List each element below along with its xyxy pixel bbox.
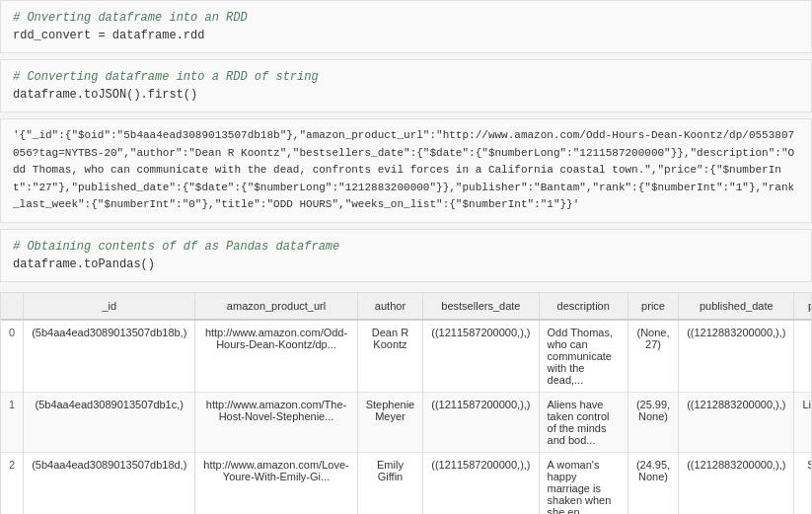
- table-cell: (5b4aa4ead3089013507db18d,): [24, 452, 195, 514]
- code-block-4: # Obtaining contents of df as Pandas dat…: [0, 229, 812, 282]
- col-header-empty: [1, 293, 24, 320]
- code-1: rdd_convert = dataframe.rdd: [13, 27, 799, 44]
- table-cell: http://www.amazon.com/Love-Youre-With-Em…: [195, 452, 357, 514]
- col-header-published-date: published_date: [679, 293, 794, 320]
- code-block-2: # Converting dataframe into a RDD of str…: [0, 59, 812, 112]
- table-cell: (5b4aa4ead3089013507db18b,): [24, 320, 195, 393]
- comment-1: # Onverting dataframe into an RDD: [13, 9, 799, 27]
- table-cell: Odd Thomas, who can communicate with the…: [539, 320, 627, 393]
- table-cell: Emily Giffin: [357, 452, 423, 514]
- dataframe-table-container[interactable]: _id amazon_product_url author bestseller…: [0, 292, 812, 514]
- comment-2: # Converting dataframe into a RDD of str…: [13, 68, 799, 86]
- row-index: 0: [1, 320, 24, 393]
- col-header-author: author: [357, 293, 423, 320]
- col-header-url: amazon_product_url: [195, 293, 357, 320]
- table-cell: ((1211587200000,),): [423, 452, 539, 514]
- table-cell: (24.95, None): [627, 452, 678, 514]
- table-row: 0(5b4aa4ead3089013507db18b,)http://www.a…: [1, 320, 812, 393]
- table-cell: (5b4aa4ead3089013507db1c,): [24, 392, 195, 452]
- table-row: 2(5b4aa4ead3089013507db18d,)http://www.a…: [1, 452, 812, 514]
- table-row: 1(5b4aa4ead3089013507db1c,)http://www.am…: [1, 392, 812, 452]
- table-cell: St.: [794, 452, 812, 514]
- dataframe-table-wrapper: _id amazon_product_url author bestseller…: [0, 288, 812, 514]
- table-cell: ((1212883200000,),): [679, 392, 794, 452]
- col-header-price: price: [627, 293, 678, 320]
- table-header-row: _id amazon_product_url author bestseller…: [1, 293, 812, 320]
- code-4: dataframe.toPandas(): [13, 256, 799, 273]
- table-cell: ((1211587200000,),): [423, 320, 539, 393]
- table-cell: (None, 27): [627, 320, 678, 393]
- table-cell: Little: [794, 392, 812, 452]
- table-cell: [794, 320, 812, 393]
- table-cell: ((1212883200000,),): [679, 320, 794, 393]
- table-cell: http://www.amazon.com/Odd-Hours-Dean-Koo…: [195, 320, 357, 393]
- row-index: 1: [1, 392, 24, 452]
- col-header-bestsellers-date: bestsellers_date: [423, 293, 539, 320]
- row-index: 2: [1, 452, 24, 514]
- dataframe-table: _id amazon_product_url author bestseller…: [1, 293, 812, 514]
- code-2: dataframe.toJSON().first(): [13, 86, 799, 104]
- col-header-id: _id: [24, 293, 195, 320]
- col-header-pu: pu: [794, 293, 812, 320]
- table-cell: http://www.amazon.com/The-Host-Novel-Ste…: [195, 392, 357, 452]
- comment-4: # Obtaining contents of df as Pandas dat…: [13, 238, 799, 256]
- table-cell: (25.99, None): [627, 392, 678, 452]
- table-cell: ((1212883200000,),): [679, 452, 794, 514]
- table-cell: A woman's happy marriage is shaken when …: [539, 452, 627, 514]
- table-cell: Stephenie Meyer: [357, 392, 423, 452]
- col-header-description: description: [539, 293, 627, 320]
- table-cell: Aliens have taken control of the minds a…: [539, 392, 627, 452]
- code-block-1: # Onverting dataframe into an RDD rdd_co…: [0, 0, 812, 53]
- table-cell: ((1211587200000,),): [423, 392, 539, 452]
- json-output-block: '{"_id":{"$oid":"5b4aa4ead3089013507db18…: [0, 118, 812, 223]
- table-cell: Dean R Koontz: [357, 320, 423, 393]
